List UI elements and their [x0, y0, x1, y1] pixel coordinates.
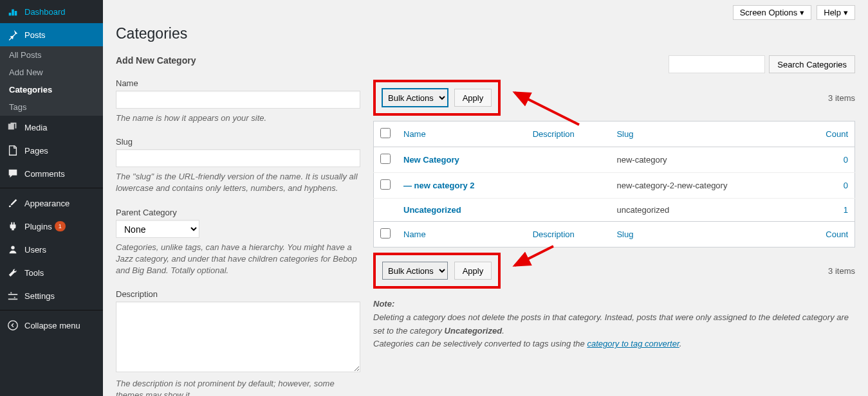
search-categories-button[interactable]: Search Categories: [769, 55, 855, 73]
apply-button-bottom[interactable]: Apply: [454, 262, 492, 280]
note-text: .: [679, 339, 682, 348]
category-name-link[interactable]: New Category: [403, 155, 459, 165]
screen-options-button[interactable]: Screen Options ▾: [733, 5, 812, 20]
items-count-top: 3 items: [828, 93, 855, 103]
categories-note: Note: Deleting a category does not delet…: [373, 298, 855, 351]
sidebar-label: Collapse menu: [24, 321, 80, 330]
screen-options-label: Screen Options: [740, 8, 798, 17]
search-input[interactable]: [669, 55, 765, 73]
category-description: [526, 173, 611, 199]
sidebar-label: Comments: [24, 169, 65, 179]
sidebar-label: Tools: [24, 268, 44, 278]
plugin-icon: [6, 220, 19, 233]
sidebar-sub-tags[interactable]: Tags: [0, 98, 103, 116]
sidebar-label: Media: [24, 123, 47, 132]
col-name-footer[interactable]: Name: [403, 230, 426, 239]
parent-select[interactable]: None: [116, 220, 199, 238]
col-count-footer[interactable]: Count: [826, 230, 848, 239]
help-label: Help: [824, 8, 841, 17]
col-name-header[interactable]: Name: [403, 129, 426, 139]
sidebar-label: Posts: [24, 30, 46, 40]
slug-hint: The "slug" is the URL-friendly version o…: [116, 171, 360, 194]
sidebar-sub-all-posts[interactable]: All Posts: [0, 46, 103, 64]
col-count-header[interactable]: Count: [826, 129, 848, 139]
description-hint: The description is not prominent by defa…: [116, 378, 360, 396]
chevron-down-icon: ▾: [800, 8, 804, 17]
svg-point-0: [11, 246, 14, 249]
admin-sidebar: Dashboard Posts All Posts Add New Catego…: [0, 0, 103, 396]
settings-icon: [6, 289, 19, 302]
sidebar-item-users[interactable]: Users: [0, 238, 103, 261]
sidebar-item-plugins[interactable]: Plugins 1: [0, 215, 103, 238]
description-textarea[interactable]: [116, 302, 360, 372]
description-label: Description: [116, 289, 360, 299]
category-name-link[interactable]: Uncategorized: [403, 205, 461, 215]
col-description-header[interactable]: Description: [533, 129, 575, 139]
sidebar-submenu-posts: All Posts Add New Categories Tags: [0, 46, 103, 116]
name-input[interactable]: [116, 91, 360, 109]
sidebar-item-tools[interactable]: Tools: [0, 261, 103, 284]
sidebar-divider: [0, 307, 103, 310]
items-count-bottom: 3 items: [828, 266, 855, 276]
sidebar-sub-add-new[interactable]: Add New: [0, 64, 103, 81]
annotation-box-top: Bulk Actions Apply: [373, 80, 501, 116]
col-slug-footer[interactable]: Slug: [616, 230, 633, 239]
name-label: Name: [116, 78, 360, 88]
wrench-icon: [6, 266, 19, 279]
parent-label: Parent Category: [116, 208, 360, 217]
note-uncategorized: Uncategorized: [445, 326, 503, 336]
note-label: Note:: [373, 299, 394, 309]
sidebar-collapse[interactable]: Collapse menu: [0, 314, 103, 337]
sidebar-item-settings[interactable]: Settings: [0, 284, 103, 307]
bulk-actions-select-bottom[interactable]: Bulk Actions: [382, 262, 448, 280]
category-count-link[interactable]: 0: [844, 155, 848, 165]
sidebar-item-pages[interactable]: Pages: [0, 139, 103, 162]
sidebar-label: Appearance: [24, 199, 69, 208]
sidebar-label: Settings: [24, 291, 55, 301]
comment-icon: [6, 167, 19, 180]
table-row: Uncategorized uncategorized 1: [374, 199, 855, 222]
name-hint: The name is how it appears on your site.: [116, 113, 360, 124]
category-count-link[interactable]: 0: [844, 181, 848, 190]
bulk-actions-select-top[interactable]: Bulk Actions: [382, 89, 448, 107]
pin-icon: [6, 28, 19, 41]
category-slug: new-category: [610, 147, 800, 173]
category-description: [526, 199, 611, 222]
sidebar-sub-categories[interactable]: Categories: [0, 81, 103, 98]
select-all-checkbox-bottom[interactable]: [380, 228, 391, 239]
select-all-checkbox-top[interactable]: [380, 128, 391, 138]
sidebar-item-appearance[interactable]: Appearance: [0, 192, 103, 215]
sidebar-label: Users: [24, 245, 46, 255]
brush-icon: [6, 197, 19, 210]
sidebar-item-media[interactable]: Media: [0, 116, 103, 139]
sidebar-item-dashboard[interactable]: Dashboard: [0, 0, 103, 23]
sidebar-item-comments[interactable]: Comments: [0, 162, 103, 185]
col-description-footer[interactable]: Description: [533, 230, 575, 239]
plugins-update-badge: 1: [55, 221, 66, 231]
chevron-down-icon: ▾: [844, 8, 848, 17]
parent-hint: Categories, unlike tags, can have a hier…: [116, 242, 360, 277]
category-slug: new-category-2-new-category: [610, 173, 800, 199]
categories-table: Name Description Slug Count New Category…: [373, 121, 855, 248]
sidebar-item-posts[interactable]: Posts: [0, 23, 103, 46]
category-to-tag-link[interactable]: category to tag converter: [587, 339, 679, 348]
row-checkbox[interactable]: [380, 179, 391, 190]
col-slug-header[interactable]: Slug: [616, 129, 633, 139]
media-icon: [6, 121, 19, 134]
category-count-link[interactable]: 1: [844, 205, 848, 215]
table-row: New Category new-category 0: [374, 147, 855, 173]
category-slug: uncategorized: [610, 199, 800, 222]
apply-button-top[interactable]: Apply: [454, 89, 492, 107]
row-checkbox[interactable]: [380, 154, 391, 164]
category-name-link[interactable]: — new category 2: [403, 181, 475, 190]
sidebar-divider: [0, 185, 103, 188]
svg-point-1: [8, 321, 17, 330]
collapse-icon: [6, 319, 19, 332]
help-button[interactable]: Help ▾: [817, 5, 855, 20]
dashboard-icon: [6, 5, 19, 18]
form-title: Add New Category: [116, 55, 360, 66]
slug-label: Slug: [116, 137, 360, 147]
sidebar-label: Plugins: [24, 222, 52, 231]
note-text: Categories can be selectively converted …: [373, 339, 587, 348]
slug-input[interactable]: [116, 149, 360, 167]
